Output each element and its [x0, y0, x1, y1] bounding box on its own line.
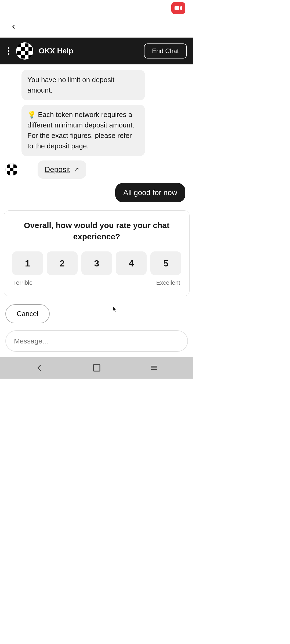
end-chat-button[interactable]: End Chat	[144, 43, 187, 58]
bot-bubble-1: You have no limit on deposit amount.	[21, 70, 145, 100]
bot-message-2: 💡 Each token network requires a differen…	[5, 105, 188, 156]
svg-rect-2	[93, 365, 100, 371]
chat-area: You have no limit on deposit amount. 💡 E…	[0, 64, 193, 208]
bot-bubble-2: 💡 Each token network requires a differen…	[21, 105, 145, 156]
deposit-link-row: Deposit ↗	[5, 160, 188, 179]
bottom-nav	[0, 357, 193, 379]
nav-home-button[interactable]	[90, 361, 103, 375]
video-recording-indicator	[171, 2, 185, 14]
bot-message-1: You have no limit on deposit amount.	[5, 70, 188, 100]
chat-header: OKX Help End Chat	[0, 38, 193, 64]
user-message: All good for now	[5, 183, 188, 202]
dot	[8, 53, 9, 55]
svg-rect-0	[175, 6, 179, 10]
nav-back-icon	[35, 364, 44, 372]
status-bar	[0, 0, 193, 16]
svg-rect-4	[151, 368, 157, 368]
checkerboard-logo	[17, 43, 32, 58]
rating-btn-4[interactable]: 4	[116, 251, 147, 275]
cancel-section: Cancel	[0, 299, 193, 326]
svg-marker-1	[180, 6, 182, 10]
rating-label-terrible: Terrible	[13, 279, 32, 286]
nav-home-icon	[92, 364, 101, 372]
cancel-button[interactable]: Cancel	[5, 304, 50, 323]
rating-buttons: 1 2 3 4 5	[12, 251, 181, 275]
deposit-link-text: Deposit	[45, 165, 70, 174]
nav-menu-button[interactable]	[147, 361, 161, 375]
back-button[interactable]	[8, 21, 19, 32]
rating-card: Overall, how would you rate your chat ex…	[4, 210, 190, 296]
small-checkerboard	[7, 164, 17, 175]
user-bubble: All good for now	[115, 183, 185, 202]
video-camera-icon	[175, 5, 182, 11]
external-link-icon: ↗	[74, 166, 79, 173]
rating-btn-1[interactable]: 1	[12, 251, 43, 275]
rating-btn-2[interactable]: 2	[47, 251, 78, 275]
nav-back-button[interactable]	[33, 361, 46, 375]
back-chevron-icon	[10, 24, 17, 30]
rating-btn-3[interactable]: 3	[81, 251, 112, 275]
back-row	[0, 16, 193, 38]
menu-button[interactable]	[6, 46, 11, 56]
svg-rect-3	[151, 366, 157, 367]
rating-question: Overall, how would you rate your chat ex…	[12, 220, 181, 242]
rating-label-excellent: Excellent	[156, 279, 180, 286]
bot-avatar-small	[5, 163, 18, 176]
message-input[interactable]	[5, 330, 188, 352]
svg-rect-5	[151, 369, 157, 370]
rating-labels: Terrible Excellent	[12, 279, 181, 286]
chat-avatar	[16, 42, 33, 60]
chat-title: OKX Help	[39, 47, 139, 55]
deposit-link-button[interactable]: Deposit ↗	[38, 160, 86, 179]
rating-btn-5[interactable]: 5	[150, 251, 181, 275]
nav-menu-icon	[150, 364, 158, 372]
dot	[8, 50, 9, 52]
message-input-area	[0, 326, 193, 357]
dot	[8, 47, 9, 49]
